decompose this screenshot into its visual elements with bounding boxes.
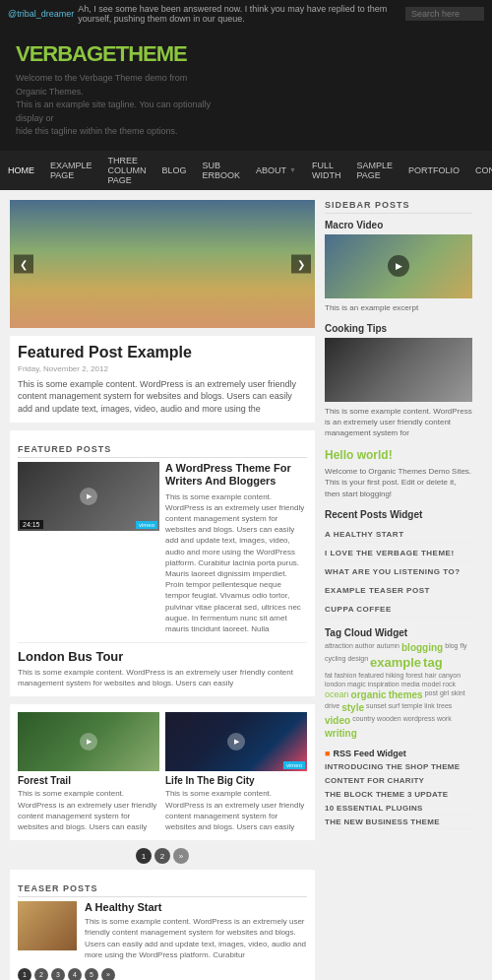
teaser-posts-label: TEASER POSTS (18, 883, 307, 897)
tag-hair[interactable]: hair (425, 672, 437, 679)
rss-feed-list: INTRODUCING THE SHOP THEME CONTENT FOR C… (325, 760, 472, 829)
featured-post-title[interactable]: Featured Post Example (18, 344, 307, 361)
tag-organic[interactable]: organic (351, 689, 387, 700)
list-item[interactable]: THE NEW BUSINESS THEME (325, 816, 472, 829)
tag-link[interactable]: link (424, 702, 435, 713)
logo[interactable]: VERBAGETHEME (16, 41, 213, 67)
featured-post-article-text: This is some example content. WordPress … (165, 491, 307, 634)
teaser-page-3[interactable]: 3 (51, 968, 65, 980)
nav-item-portfolio[interactable]: PORTFOLIO (400, 151, 467, 190)
life-city-thumb[interactable]: vimeo (165, 712, 307, 771)
nav-item-blog[interactable]: BLOG (154, 151, 195, 190)
tag-author[interactable]: author (355, 642, 375, 653)
tag-canyon[interactable]: canyon (439, 672, 461, 679)
page-1-button[interactable]: 1 (136, 848, 152, 864)
tag-work[interactable]: work (437, 715, 452, 726)
teaser-title[interactable]: A Healthy Start (85, 901, 307, 913)
life-city-title[interactable]: Life In The Big City (165, 775, 307, 786)
logo-part1: VERBAGE (16, 41, 116, 66)
london-bus-title[interactable]: London Bus Tour (18, 649, 307, 664)
tag-attraction[interactable]: attraction (325, 642, 353, 653)
tag-blogging[interactable]: blogging (401, 642, 443, 653)
play-button[interactable] (80, 488, 97, 505)
slider-prev-button[interactable]: ❮ (14, 254, 33, 273)
macro-video-thumb[interactable] (325, 234, 472, 298)
recent-post-link-1[interactable]: A HEALTHY START (325, 530, 404, 539)
list-item[interactable]: 10 ESSENTIAL PLUGINS (325, 802, 472, 816)
tag-inspiration[interactable]: inspiration (368, 681, 400, 687)
sidebar-cooking-tips: Cooking Tips This is some example conten… (325, 323, 472, 439)
tag-temple[interactable]: temple (401, 702, 422, 713)
recent-post-link-2[interactable]: I LOVE THE VERBAGE THEME! (325, 549, 455, 557)
tag-media[interactable]: media (401, 681, 420, 687)
hello-world-title[interactable]: Hello world! (325, 448, 472, 462)
teaser-page-2[interactable]: 2 (34, 968, 48, 980)
nav-item-about[interactable]: ABOUT ▼ (248, 151, 304, 190)
tag-post[interactable]: post (425, 689, 438, 700)
tag-video[interactable]: video (325, 715, 350, 726)
tag-tag[interactable]: tag (423, 655, 443, 670)
teaser-page-next[interactable]: » (101, 968, 115, 980)
nav-item-three-col[interactable]: THREE COLUMN PAGE (100, 151, 154, 190)
macro-video-play[interactable] (388, 255, 409, 277)
nav-item-sample[interactable]: SAMPLE PAGE (349, 151, 401, 190)
tag-cycling[interactable]: cycling (325, 655, 345, 670)
tag-fly[interactable]: fly (460, 642, 466, 653)
page-2-button[interactable]: 2 (154, 848, 170, 864)
tag-autumn[interactable]: autumn (377, 642, 400, 653)
tag-country[interactable]: country (352, 715, 375, 726)
tag-featured[interactable]: featured (358, 672, 384, 679)
tag-writing[interactable]: writing (325, 728, 357, 739)
tag-ocean[interactable]: ocean (325, 689, 349, 700)
tag-hiking[interactable]: hiking (386, 672, 403, 679)
tag-drive[interactable]: drive (325, 702, 339, 713)
nav-item-contact[interactable]: CONTACT (467, 151, 492, 190)
forest-trail-title[interactable]: Forest Trail (18, 775, 159, 786)
recent-post-link-4[interactable]: EXAMPLE TEASER POST (325, 586, 430, 595)
tag-trees[interactable]: trees (437, 702, 453, 713)
tag-forest[interactable]: forest (405, 672, 423, 679)
tag-magic[interactable]: magic (347, 681, 366, 687)
list-item[interactable]: INTRODUCING THE SHOP THEME (325, 760, 472, 774)
nav-item-home[interactable]: HOME (0, 151, 42, 190)
featured-post-thumb[interactable]: 24:15 vimeo (18, 462, 159, 531)
tag-design[interactable]: design (347, 655, 368, 670)
tag-sunset[interactable]: sunset (366, 702, 387, 713)
list-item[interactable]: THE BLOCK THEME 3 UPDATE (325, 788, 472, 802)
tag-model[interactable]: model (422, 681, 441, 687)
hello-world-text: Welcome to Organic Themes Demo Sites. Th… (325, 466, 472, 499)
recent-post-link-5[interactable]: CUPPA COFFEE (325, 605, 392, 614)
hero-image (10, 200, 315, 328)
nav-item-example[interactable]: EXAMPLE PAGE (42, 151, 100, 190)
recent-post-link-3[interactable]: WHAT ARE YOU LISTENING TO? (325, 567, 461, 576)
teaser-page-1[interactable]: 1 (18, 968, 31, 980)
tag-themes[interactable]: themes (389, 689, 423, 700)
search-input[interactable] (405, 7, 484, 21)
tag-surf[interactable]: surf (389, 702, 400, 713)
tag-girl[interactable]: girl (440, 689, 449, 700)
forest-trail-thumb[interactable] (18, 712, 159, 771)
tag-london[interactable]: london (325, 681, 345, 687)
tag-wordpress[interactable]: wordpress (403, 715, 435, 726)
teaser-page-5[interactable]: 5 (85, 968, 98, 980)
tag-example[interactable]: example (370, 655, 421, 670)
slider-next-button[interactable]: ❯ (291, 254, 311, 273)
twitter-handle[interactable]: @tribal_dreamer (8, 9, 74, 19)
city-play-button[interactable] (227, 733, 245, 751)
tag-fat-fashion[interactable]: fat fashion (325, 672, 356, 679)
page-next-button[interactable]: » (173, 848, 189, 864)
teaser-page-4[interactable]: 4 (68, 968, 82, 980)
nav-item-full[interactable]: FULL WIDTH (304, 151, 349, 190)
tag-blog[interactable]: blog (445, 642, 458, 653)
featured-post-video: 24:15 vimeo (18, 462, 159, 634)
list-item[interactable]: CONTENT FOR CHARITY (325, 774, 472, 788)
tag-wooden[interactable]: wooden (377, 715, 401, 726)
navigation: HOME EXAMPLE PAGE THREE COLUMN PAGE BLOG… (0, 151, 492, 190)
featured-post-article-title[interactable]: A WordPress Theme For Writers And Blogge… (165, 462, 307, 488)
tag-skint[interactable]: skint (451, 689, 464, 700)
tag-style[interactable]: style (341, 702, 364, 713)
forest-play-button[interactable] (80, 733, 97, 751)
nav-item-sub[interactable]: SUB ERBOOK (195, 151, 249, 190)
tag-rock[interactable]: rock (443, 681, 456, 687)
video-duration: 24:15 (20, 520, 43, 529)
